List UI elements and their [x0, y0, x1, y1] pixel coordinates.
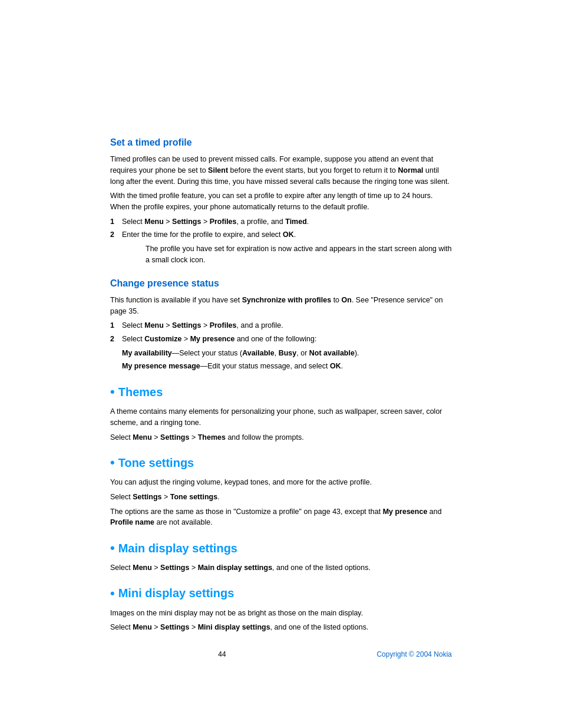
set-timed-profile-steps: 1 Select Menu > Settings > Profiles, a p…	[110, 216, 452, 240]
presence-option1: My availability—Select your status (Avai…	[110, 348, 452, 359]
presence-option2: My presence message—Edit your status mes…	[110, 361, 452, 372]
content-area: Set a timed profile Timed profiles can b…	[110, 0, 452, 701]
mini-display-section: Mini display settings Images on the mini…	[110, 584, 452, 633]
page-number: 44	[218, 650, 226, 660]
themes-heading: Themes	[110, 383, 452, 401]
mini-display-intro: Images on the mini display may not be as…	[110, 608, 452, 619]
themes-section: Themes A theme contains many elements fo…	[110, 383, 452, 443]
main-display-instruction: Select Menu > Settings > Main display se…	[110, 562, 452, 574]
themes-instruction: Select Menu > Settings > Themes and foll…	[110, 432, 452, 443]
presence-step-2: 2 Select Customize > My presence and one…	[110, 334, 452, 344]
main-display-heading: Main display settings	[110, 539, 452, 558]
main-display-section: Main display settings Select Menu > Sett…	[110, 539, 452, 574]
set-timed-profile-heading: Set a timed profile	[110, 136, 452, 149]
change-presence-intro: This function is available if you have s…	[110, 295, 452, 317]
page-footer: 44 Copyright © 2004 Nokia	[110, 644, 452, 666]
tone-settings-instruction: Select Settings > Tone settings.	[110, 492, 452, 503]
tone-settings-intro: You can adjust the ringing volume, keypa…	[110, 477, 452, 488]
tone-settings-note: The options are the same as those in "Cu…	[110, 506, 452, 529]
step-2: 2 Enter the time for the profile to expi…	[110, 229, 452, 240]
themes-intro: A theme contains many elements for perso…	[110, 406, 452, 429]
page: Set a timed profile Timed profiles can b…	[0, 0, 562, 728]
set-timed-profile-section: Set a timed profile Timed profiles can b…	[110, 136, 452, 266]
set-timed-profile-intro2: With the timed profile feature, you can …	[110, 190, 452, 213]
change-presence-steps: 1 Select Menu > Settings > Profiles, and…	[110, 320, 452, 344]
set-timed-profile-intro1: Timed profiles can be used to prevent mi…	[110, 154, 452, 187]
presence-step-1: 1 Select Menu > Settings > Profiles, and…	[110, 320, 452, 331]
step-1: 1 Select Menu > Settings > Profiles, a p…	[110, 216, 452, 227]
copyright-text: Copyright © 2004 Nokia	[376, 650, 452, 660]
tone-settings-section: Tone settings You can adjust the ringing…	[110, 453, 452, 528]
tone-settings-heading: Tone settings	[110, 453, 452, 472]
change-presence-section: Change presence status This function is …	[110, 276, 452, 372]
set-timed-profile-note: The profile you have set for expiration …	[110, 243, 452, 266]
mini-display-heading: Mini display settings	[110, 584, 452, 603]
mini-display-instruction: Select Menu > Settings > Mini display se…	[110, 622, 452, 633]
change-presence-heading: Change presence status	[110, 276, 452, 290]
